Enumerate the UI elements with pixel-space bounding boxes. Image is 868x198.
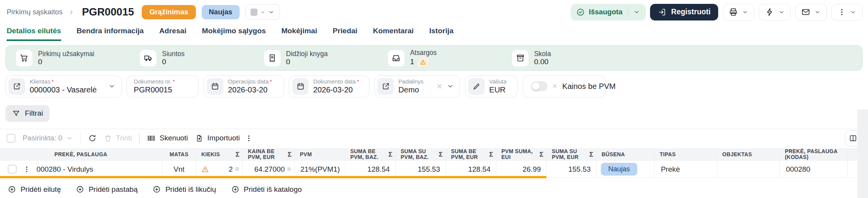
chevron-down-icon [778,9,785,15]
add-note-button[interactable]: Pridėti pastabą [76,185,138,194]
tab-adresai[interactable]: Adresai [159,27,186,41]
more-menu-button[interactable] [831,4,863,20]
row-checkbox[interactable] [8,165,17,174]
sum-icon[interactable]: Σ [288,151,292,158]
row-item-name[interactable]: 000280 - Virdulys [36,165,93,174]
row-matas: Vnt [162,161,196,178]
summary-skola[interactable]: Skola 0.00 [512,50,636,67]
breadcrumb-chevron-icon [68,9,74,15]
dokumento-data-field[interactable]: Dokumento data* 2026-03-20 [289,75,369,97]
dokumento-nr-field[interactable]: Dokumento nr.* PGR00015 [127,75,199,97]
cart-icon [16,50,33,67]
register-icon [658,8,667,17]
summary-label: Pirkimų užsakymai [38,50,94,58]
sum-icon[interactable]: Σ [439,151,443,158]
sum-icon[interactable]: Σ [489,151,493,158]
filters-row: Filtrai [5,105,863,122]
sum-icon[interactable]: Σ [540,151,544,158]
register-button[interactable]: Registruoti [650,4,718,20]
add-line-button[interactable]: Pridėti eilutę [8,185,61,194]
row-pvm[interactable]: 21%(PVM1) [295,161,345,178]
tab-detalios-eilutes[interactable]: Detalios eilutės [7,27,61,41]
refresh-button[interactable] [88,134,97,143]
select-all-checkbox[interactable] [7,134,15,143]
add-from-stock-button[interactable]: Pridėti iš likučių [153,185,216,194]
add-from-catalog-button[interactable]: Pridėti iš katalogo [231,185,302,194]
filters-button[interactable]: Filtrai [5,105,50,122]
circle-plus-icon [76,185,84,193]
kebab-icon [245,134,253,142]
column-header-suma-su-pvm-eur: SUMA SU PVM, EURΣ [546,148,596,161]
saved-status-button[interactable]: Išsaugota [571,4,646,20]
valiuta-field[interactable]: Valiuta EUR [465,75,518,97]
actions-menu-button[interactable] [759,4,791,20]
email-menu-button[interactable] [795,4,827,20]
circle-plus-icon [8,185,16,193]
required-marker: * [270,78,272,85]
chevron-down-icon[interactable] [446,82,454,90]
scan-button[interactable]: Skenuoti [147,134,188,143]
edit-lines-icon[interactable]: ≡ [235,166,239,173]
toggle-label: Kainos be PVM [562,82,616,91]
padalinys-field[interactable]: Padalinys Demo [374,75,460,97]
sum-icon[interactable]: Σ [388,151,393,158]
column-header-busena: BŪSENA [596,148,654,161]
calendar-icon[interactable] [292,78,309,95]
field-value: PGR00015 [134,85,175,95]
import-button[interactable]: Importuoti [195,134,240,142]
field-value: 2026-03-20 [313,85,359,95]
tab-komentarai[interactable]: Komentarai [373,27,413,41]
sum-icon[interactable]: Σ [589,151,594,158]
calendar-icon[interactable] [207,78,223,95]
column-header-kiekis: KIEKISΣ [196,148,242,161]
warning-icon [201,166,209,173]
print-menu-button[interactable] [723,4,755,20]
document-tabs: Detalios eilutės Bendra informacija Adre… [0,20,868,41]
sum-icon[interactable]: Σ [236,151,240,158]
tab-mokejimo-salygos[interactable]: Mokėjimo sąlygos [202,27,266,41]
edit-lines-icon[interactable]: ≡ [287,166,291,173]
selected-count-dropdown[interactable]: Pasirinkta: 0 [23,134,73,142]
summary-value: 0 [162,58,185,67]
operacijos-data-field[interactable]: Operacijos data* 2026-03-20 [204,75,284,97]
tab-istorija[interactable]: Istorija [429,27,454,41]
printer-icon [729,7,738,17]
truck-icon [140,50,156,67]
column-header-pvm: PVM [295,148,345,161]
tab-mokejimai[interactable]: Mokėjimai [281,27,317,41]
tab-priedai[interactable]: Priedai [333,27,357,41]
summary-value: 0 [38,58,94,67]
summary-atsargos[interactable]: Atsargos 1 [388,49,512,68]
clear-icon[interactable] [436,83,443,90]
summary-value: 0 [286,58,328,67]
external-link-icon[interactable] [9,78,25,95]
tab-bendra-informacija[interactable]: Bendra informacija [77,27,144,41]
chevron-down-icon[interactable] [108,82,116,90]
summary-didzioji-knyga[interactable]: Didžioji knyga 0 [264,50,388,67]
document-fields: Klientas* 0000003 - Vasarelė Dokumento n… [5,75,863,97]
summary-siuntos[interactable]: Siuntos 0 [140,50,264,67]
chevron-down-icon[interactable] [633,9,640,16]
row-objektas [717,161,780,178]
circle-plus-icon [231,185,239,193]
required-marker: * [357,78,359,85]
divider [139,133,139,144]
right-scroll-track[interactable] [857,109,868,198]
field-label: Klientas [30,78,50,85]
klientas-field[interactable]: Klientas* 0000003 - Vasarelė [5,75,122,97]
row-kiekis[interactable]: 2 [229,165,233,174]
grid-more-button[interactable] [245,134,253,142]
row-menu-button[interactable] [22,164,32,174]
column-header-pvm-suma: PVM SUMA, EUIΣ [496,148,546,161]
refresh-icon [88,134,97,143]
row-kaina[interactable]: 64.27000 [254,165,285,174]
label-picker-dropdown[interactable]: - [245,4,280,20]
summary-pirkimu-uzsakymai[interactable]: Pirkimų užsakymai 0 [16,50,140,67]
row-kodas: 000280 [779,161,847,178]
kainos-be-pvm-toggle[interactable] [531,81,547,91]
row-suma-su-pvm-eur: 155.53 [546,161,596,178]
external-link-icon[interactable] [377,78,394,95]
row-suma-be-pvm-baz: 128.54 [345,161,395,178]
breadcrumb-parent[interactable]: Pirkimų sąskaitos [7,8,63,16]
pencil-icon[interactable] [468,78,485,95]
